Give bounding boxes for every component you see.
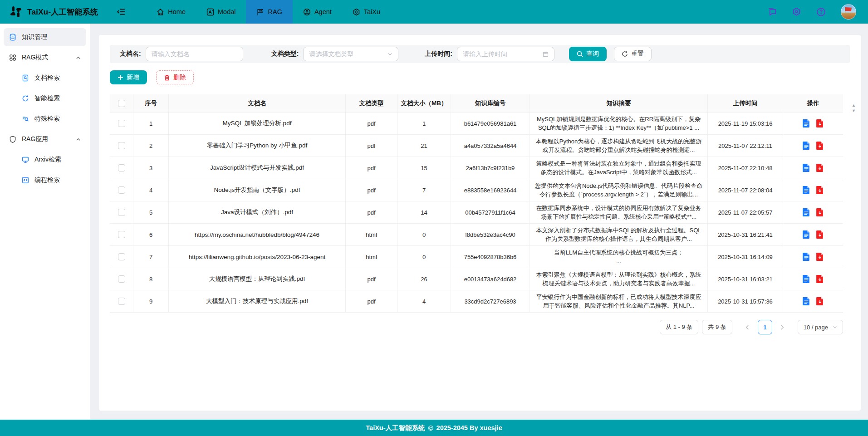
- page-size-select[interactable]: 10 / page: [798, 320, 843, 334]
- nav-item-modal[interactable]: Modal: [196, 0, 246, 24]
- sidebar-item-code-search[interactable]: 编程检索: [4, 171, 86, 189]
- row-checkbox[interactable]: [118, 231, 125, 238]
- sidebar-group-rag-apps[interactable]: RAG应用: [4, 130, 86, 148]
- previous-page-icon[interactable]: [741, 320, 754, 334]
- view-document-icon[interactable]: [803, 230, 810, 239]
- message-icon[interactable]: [767, 7, 777, 17]
- sidebar-item-arxiv-search[interactable]: Arxiv检索: [4, 151, 86, 169]
- agent-icon: [303, 8, 311, 16]
- content-card: 文档名: 文档类型: 上传时间:: [99, 35, 861, 411]
- add-button[interactable]: 新增: [110, 70, 147, 84]
- reset-button[interactable]: 重置: [614, 47, 652, 61]
- scroll-down-icon[interactable]: ▼: [851, 108, 857, 113]
- download-icon[interactable]: [816, 164, 824, 172]
- actions-cell: [783, 157, 843, 179]
- doc-name-input[interactable]: [152, 50, 237, 58]
- select-all-checkbox[interactable]: [118, 100, 125, 107]
- col-header-kb-id: 知识库编号: [451, 94, 530, 112]
- help-question-icon[interactable]: [816, 7, 826, 17]
- view-document-icon[interactable]: [803, 186, 810, 194]
- chevron-down-icon: [833, 325, 837, 329]
- nav-item-taixu[interactable]: TaiXu: [342, 0, 391, 24]
- table-toolbar: 新增 删除: [110, 70, 850, 84]
- nav-item-home[interactable]: Home: [146, 0, 196, 24]
- doc-type-label: 文档类型:: [271, 50, 299, 58]
- download-icon[interactable]: [816, 142, 824, 150]
- sidebar-group-rag-mode[interactable]: RAG模式: [4, 49, 86, 67]
- doc-type-select[interactable]: [303, 47, 398, 61]
- taixu-hexagon-icon: [353, 8, 360, 16]
- download-icon[interactable]: [816, 253, 824, 261]
- reset-button-label: 重置: [631, 50, 644, 58]
- delete-button[interactable]: 删除: [156, 70, 194, 84]
- view-document-icon[interactable]: [803, 119, 810, 127]
- summary-cell: 在数据库同步系统中，设计模式的协同应用有效解决了复杂业务场景下的扩展性与稳定性问…: [530, 201, 708, 223]
- summary-cell: 当前LLM自主代理系统的核心挑战可概括为三点： ...: [530, 246, 708, 268]
- view-document-icon[interactable]: [803, 142, 810, 150]
- search-button[interactable]: 查询: [569, 47, 607, 61]
- app-title: TaiXu-人工智能系统: [27, 7, 98, 17]
- kb-id-cell: e883558e16923644: [451, 179, 530, 201]
- doc-size-cell: 21: [397, 135, 451, 157]
- upload-time-picker[interactable]: [457, 47, 554, 61]
- row-checkbox[interactable]: [118, 253, 125, 260]
- pagination-total: 共 9 条: [702, 320, 732, 334]
- sidebar-item-document-search[interactable]: 文档检索: [4, 69, 86, 87]
- row-checkbox[interactable]: [118, 209, 125, 216]
- sidebar-item-knowledge-management[interactable]: 知识管理: [4, 28, 86, 46]
- view-document-icon[interactable]: [803, 275, 810, 283]
- sidebar-item-special-search[interactable]: 特殊检索: [4, 110, 86, 128]
- view-document-icon[interactable]: [803, 208, 810, 216]
- view-document-icon[interactable]: [803, 164, 810, 172]
- upload-time-cell: 2025-10-31 16:14:09: [708, 246, 783, 268]
- next-page-icon[interactable]: [776, 320, 789, 334]
- table-row: 8 大规模语言模型：从理论到实践.pdf pdf 26 e0013473a624…: [110, 268, 843, 290]
- row-index-cell: 8: [133, 268, 169, 290]
- download-icon[interactable]: [816, 186, 824, 194]
- kb-id-cell: 755e4092878b36b6: [451, 246, 530, 268]
- row-checkbox[interactable]: [118, 186, 125, 194]
- settings-gear-icon[interactable]: [792, 7, 801, 17]
- nav-item-rag[interactable]: RAG: [246, 0, 292, 24]
- doc-size-cell: 15: [397, 157, 451, 179]
- row-checkbox[interactable]: [118, 120, 125, 127]
- table-scrollbar[interactable]: ▲ ▼: [851, 103, 857, 303]
- table-row: 1 MySQL 加锁处理分析.pdf pdf 1 b61479e056981a6…: [110, 113, 843, 135]
- row-index-cell: 2: [133, 135, 169, 157]
- app-logo-icon: [9, 5, 23, 19]
- view-document-icon[interactable]: [803, 253, 810, 261]
- upload-time-input[interactable]: [463, 50, 539, 58]
- row-checkbox[interactable]: [118, 298, 125, 305]
- navbar-right: [767, 4, 868, 20]
- row-index-cell: 1: [133, 113, 169, 134]
- sidebar-item-smart-search[interactable]: 智能检索: [4, 89, 86, 108]
- row-checkbox[interactable]: [118, 164, 125, 171]
- search-list-icon: [22, 115, 29, 122]
- kb-id-cell: b61479e056981a61: [451, 113, 530, 134]
- nav-item-agent[interactable]: Agent: [293, 0, 342, 24]
- sidebar-collapse-icon[interactable]: [117, 8, 125, 16]
- download-icon[interactable]: [816, 275, 824, 283]
- download-icon[interactable]: [816, 119, 824, 127]
- page-number-1[interactable]: 1: [758, 320, 772, 334]
- doc-type-input[interactable]: [309, 50, 384, 58]
- sidebar-item-label: 文档检索: [34, 74, 60, 82]
- scroll-up-icon[interactable]: ▲: [851, 103, 857, 108]
- download-icon[interactable]: [816, 230, 824, 239]
- user-avatar[interactable]: [841, 4, 856, 20]
- sidebar-item-label: Arxiv检索: [34, 156, 61, 164]
- view-document-icon[interactable]: [803, 297, 810, 305]
- download-icon[interactable]: [816, 297, 824, 305]
- kb-id-cell: 33cd9d2c727e6893: [451, 290, 530, 312]
- row-checkbox[interactable]: [118, 275, 125, 283]
- actions-cell: [783, 113, 843, 134]
- summary-cell: 本文深入剖析了分布式数据库中SQL的解析及执行全过程。SQL作为关系型数据库的核…: [530, 224, 708, 245]
- download-icon[interactable]: [816, 208, 824, 216]
- row-checkbox[interactable]: [118, 142, 125, 149]
- file-search-icon: [22, 74, 29, 82]
- table-row: 3 JavaScript设计模式与开发实践.pdf pdf 15 2a6f13b…: [110, 157, 843, 179]
- main-nav: Home Modal RAG Agent TaiXu: [146, 0, 391, 24]
- sync-icon: [22, 95, 29, 102]
- doc-size-cell: 7: [397, 179, 451, 201]
- kb-id-cell: 2a6f13b7c9f231b9: [451, 157, 530, 179]
